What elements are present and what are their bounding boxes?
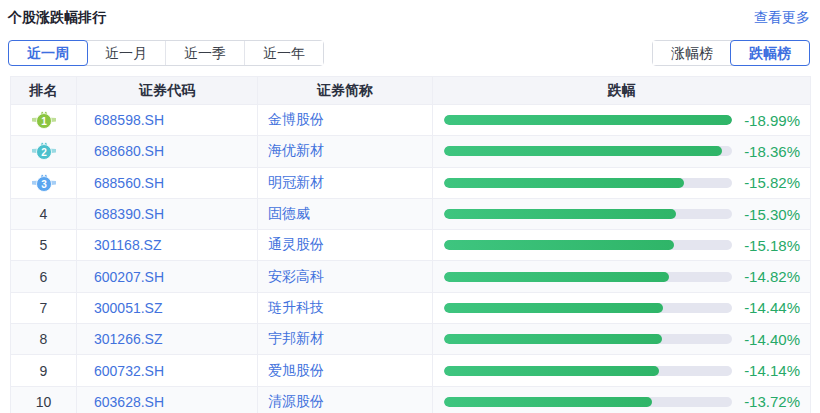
change-cell: -15.18% xyxy=(433,230,811,261)
bar-track xyxy=(444,115,732,125)
bar-fill xyxy=(444,115,732,125)
stock-name-link[interactable]: 爱旭股份 xyxy=(268,362,324,378)
change-bar: -13.72% xyxy=(444,393,800,410)
column-header-change: 跌幅 xyxy=(433,77,811,105)
change-percent-label: -13.72% xyxy=(732,393,800,410)
stock-name-link[interactable]: 固德威 xyxy=(268,205,310,221)
bar-track xyxy=(444,366,732,376)
stock-name-link[interactable]: 清源股份 xyxy=(268,393,324,409)
view-more-link[interactable]: 查看更多 xyxy=(754,9,810,27)
period-tab-last-year[interactable]: 近一年 xyxy=(244,41,323,65)
bar-fill xyxy=(444,240,674,250)
change-cell: -14.82% xyxy=(433,261,811,292)
name-cell: 通灵股份 xyxy=(258,230,433,261)
stock-code-link[interactable]: 603628.SH xyxy=(94,394,164,410)
bar-track xyxy=(444,397,732,407)
name-cell: 明冠新材 xyxy=(258,167,433,198)
period-tab-last-month[interactable]: 近一月 xyxy=(87,41,165,65)
svg-text:1: 1 xyxy=(41,116,47,127)
column-header-rank: 排名 xyxy=(11,77,77,105)
name-cell: 清源股份 xyxy=(258,386,433,413)
name-cell: 琏升科技 xyxy=(258,292,433,323)
change-percent-label: -14.14% xyxy=(732,362,800,379)
stock-code-link[interactable]: 688560.SH xyxy=(94,175,164,191)
stock-name-link[interactable]: 通灵股份 xyxy=(268,236,324,252)
stock-code-link[interactable]: 300051.SZ xyxy=(94,300,163,316)
rank-medal-icon: 3 xyxy=(31,173,57,193)
board-tab-group: 涨幅榜跌幅榜 xyxy=(652,40,810,66)
table-row: 3 688560.SH 明冠新材 -15.82% xyxy=(11,167,811,198)
change-bar: -15.18% xyxy=(444,237,800,254)
change-bar: -14.14% xyxy=(444,362,800,379)
page-title: 个股涨跌幅排行 xyxy=(8,9,106,27)
table-row: 7 300051.SZ 琏升科技 -14.44% xyxy=(11,292,811,323)
name-cell: 安彩高科 xyxy=(258,261,433,292)
code-cell: 600732.SH xyxy=(77,355,258,386)
toolbar: 近一周近一月近一季近一年 涨幅榜跌幅榜 xyxy=(8,40,810,66)
bar-fill xyxy=(444,303,663,313)
code-cell: 688560.SH xyxy=(77,167,258,198)
stock-code-link[interactable]: 688598.SH xyxy=(94,112,164,128)
stock-code-link[interactable]: 600207.SH xyxy=(94,269,164,285)
name-cell: 固德威 xyxy=(258,198,433,229)
stock-code-link[interactable]: 301168.SZ xyxy=(94,237,161,253)
code-cell: 301266.SZ xyxy=(77,324,258,355)
rank-cell: 9 xyxy=(11,355,77,386)
code-cell: 600207.SH xyxy=(77,261,258,292)
table-row: 5 301168.SZ 通灵股份 -15.18% xyxy=(11,230,811,261)
name-cell: 爱旭股份 xyxy=(258,355,433,386)
stock-name-link[interactable]: 明冠新材 xyxy=(268,174,324,190)
change-bar: -15.82% xyxy=(444,174,800,191)
change-bar: -15.30% xyxy=(444,206,800,223)
column-header-name: 证券简称 xyxy=(258,77,433,105)
column-header-code: 证券代码 xyxy=(77,77,258,105)
change-percent-label: -14.44% xyxy=(732,299,800,316)
code-cell: 301168.SZ xyxy=(77,230,258,261)
table-header-row: 排名 证券代码 证券简称 跌幅 xyxy=(11,77,811,105)
table-row: 4 688390.SH 固德威 -15.30% xyxy=(11,198,811,229)
stock-name-link[interactable]: 海优新材 xyxy=(268,142,324,158)
period-tab-group: 近一周近一月近一季近一年 xyxy=(8,40,324,66)
change-cell: -15.30% xyxy=(433,198,811,229)
stock-code-link[interactable]: 301266.SZ xyxy=(94,331,163,347)
rank-medal-icon: 1 xyxy=(31,110,57,130)
bar-fill xyxy=(444,397,652,407)
change-cell: -14.44% xyxy=(433,292,811,323)
change-cell: -18.99% xyxy=(433,105,811,136)
rank-cell: 10 xyxy=(11,386,77,413)
bar-fill xyxy=(444,366,659,376)
change-cell: -14.40% xyxy=(433,324,811,355)
rank-cell: 3 xyxy=(11,167,77,198)
stock-code-link[interactable]: 688390.SH xyxy=(94,206,164,222)
name-cell: 宇邦新材 xyxy=(258,324,433,355)
change-cell: -14.14% xyxy=(433,355,811,386)
code-cell: 688598.SH xyxy=(77,105,258,136)
rank-cell: 2 xyxy=(11,136,77,167)
bar-track xyxy=(444,146,732,156)
table-row: 6 600207.SH 安彩高科 -14.82% xyxy=(11,261,811,292)
rank-cell: 6 xyxy=(11,261,77,292)
stock-code-link[interactable]: 688680.SH xyxy=(94,143,164,159)
rank-cell: 4 xyxy=(11,198,77,229)
board-tab-losers[interactable]: 跌幅榜 xyxy=(730,40,810,66)
rank-medal-icon: 2 xyxy=(31,141,57,161)
period-tab-last-week[interactable]: 近一周 xyxy=(8,40,88,66)
stock-name-link[interactable]: 宇邦新材 xyxy=(268,330,324,346)
stock-code-link[interactable]: 600732.SH xyxy=(94,363,164,379)
board-tab-gainers[interactable]: 涨幅榜 xyxy=(653,41,731,65)
rank-cell: 1 xyxy=(11,105,77,136)
name-cell: 金博股份 xyxy=(258,105,433,136)
bar-track xyxy=(444,334,732,344)
bar-fill xyxy=(444,146,722,156)
change-bar: -18.36% xyxy=(444,143,800,160)
change-percent-label: -14.40% xyxy=(732,331,800,348)
rank-cell: 8 xyxy=(11,324,77,355)
change-cell: -18.36% xyxy=(433,136,811,167)
change-percent-label: -14.82% xyxy=(732,268,800,285)
bar-track xyxy=(444,178,732,188)
stock-name-link[interactable]: 安彩高科 xyxy=(268,268,324,284)
stock-name-link[interactable]: 琏升科技 xyxy=(268,299,324,315)
change-percent-label: -15.18% xyxy=(732,237,800,254)
period-tab-last-quarter[interactable]: 近一季 xyxy=(165,41,244,65)
stock-name-link[interactable]: 金博股份 xyxy=(268,111,324,127)
